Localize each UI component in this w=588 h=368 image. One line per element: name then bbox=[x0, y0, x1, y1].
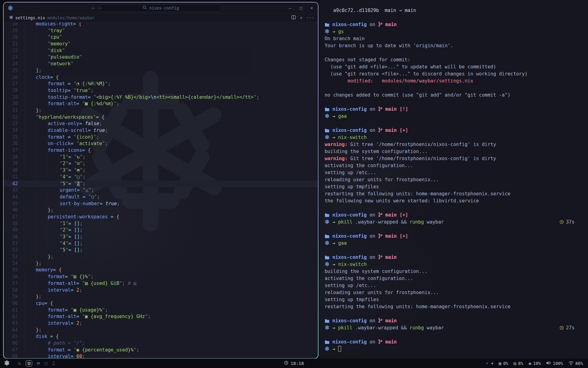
workspace-4-notes-icon[interactable]: ▢ bbox=[44, 361, 47, 366]
terminal-window[interactable]: a9c0c72..d11029b main → main nixos-confi… bbox=[319, 0, 588, 358]
code-line-52[interactable]: 52"5"= []; bbox=[4, 247, 318, 254]
code-line-65[interactable]: 65disk = { bbox=[4, 333, 318, 340]
tab-filepath: modules/home/waybar bbox=[47, 15, 95, 20]
split-pane-icon[interactable] bbox=[291, 15, 296, 20]
branch-name: main bbox=[383, 233, 397, 239]
line-number: 47 bbox=[4, 214, 18, 220]
code-line-47[interactable]: 47persistent-workspaces = { bbox=[4, 214, 318, 220]
workspace-5-music-icon[interactable]: ♫ bbox=[52, 361, 55, 366]
code-line-28[interactable]: 28tooltip= "true"; bbox=[4, 87, 318, 94]
code-line-53[interactable]: 53}; bbox=[4, 254, 318, 260]
network-module[interactable]: 86% bbox=[568, 361, 583, 366]
code-line-23[interactable]: 23"pulseaudio" bbox=[4, 54, 318, 61]
prompt-arrow-icon: → bbox=[330, 346, 338, 352]
code-line-46[interactable]: 46}; bbox=[4, 207, 318, 214]
close-button[interactable]: × bbox=[311, 6, 313, 10]
code-line-67[interactable]: 67format = "◉ {percentage_used}%"; bbox=[4, 347, 318, 354]
code-line-20[interactable]: 20"cpu" bbox=[4, 34, 318, 41]
code-line-48[interactable]: 48"1"= []; bbox=[4, 220, 318, 227]
code-line-30[interactable]: 30format-alt= "▦ {:%d/%m}"; bbox=[4, 101, 318, 107]
code-line-43[interactable]: 43urgent= "⚠"; bbox=[4, 187, 318, 194]
code-line-55[interactable]: 55memory= { bbox=[4, 267, 318, 274]
line-content: "4"= []; bbox=[18, 240, 318, 247]
line-number: 18 bbox=[4, 22, 18, 28]
code-line-35[interactable]: 35format = "{icon}"; bbox=[4, 134, 318, 141]
memory-module[interactable]: ▤8% bbox=[514, 361, 523, 366]
code-line-45[interactable]: 45sort-by-number= true; bbox=[4, 201, 318, 207]
line-content: format-alt= "▣ {avg_frequency} GHz"; bbox=[18, 313, 318, 320]
code-line-18[interactable]: 18modules-right= [ bbox=[4, 22, 318, 28]
code-line-31[interactable]: 31}; bbox=[4, 107, 318, 114]
code-line-57[interactable]: 57format-alt= "▤ {used} GiB"; # ▥ bbox=[4, 280, 318, 287]
code-line-51[interactable]: 51"4"= []; bbox=[4, 240, 318, 247]
tray-item-1[interactable]: ▾ bbox=[486, 361, 488, 366]
git-status-flag: [+] bbox=[397, 233, 408, 239]
maximize-button[interactable]: □ bbox=[300, 6, 302, 10]
project-search[interactable]: nixos-config bbox=[100, 4, 222, 12]
workspace-3-discord-icon[interactable]: ◓ bbox=[37, 361, 40, 366]
terminal-line: → gaa bbox=[325, 113, 588, 120]
code-line-61[interactable]: 61format= "▣ {usage}%"; bbox=[4, 307, 318, 314]
launcher-nix-icon[interactable] bbox=[4, 360, 10, 367]
disk-module[interactable]: ◉10% bbox=[529, 361, 541, 366]
back-button[interactable]: ← bbox=[92, 5, 95, 11]
workspace-1-firefox-icon[interactable]: ↻ bbox=[18, 361, 21, 366]
code-line-41[interactable]: 41"4"= "▢"; bbox=[4, 174, 318, 181]
code-line-22[interactable]: 22"disk" bbox=[4, 48, 318, 54]
code-line-37[interactable]: 37format-icons= { bbox=[4, 147, 318, 154]
nix-prompt-icon bbox=[325, 262, 330, 267]
clock-module[interactable]: 18:18 bbox=[284, 361, 304, 366]
code-line-33[interactable]: 33active-only= false; bbox=[4, 121, 318, 127]
code-line-58[interactable]: 58interval= 2; bbox=[4, 287, 318, 294]
tray-item-2[interactable]: ◆ bbox=[491, 361, 493, 365]
code-line-36[interactable]: 36on-click= "activate"; bbox=[4, 140, 318, 147]
network-icon bbox=[568, 361, 574, 366]
terminal-line: nixos-config on main [+] bbox=[325, 233, 588, 240]
code-line-60[interactable]: 60cpu= { bbox=[4, 300, 318, 307]
prompt-arrow-icon: → bbox=[330, 29, 338, 34]
code-line-24[interactable]: 24"network" bbox=[4, 61, 318, 67]
more-menu-icon[interactable]: ··· bbox=[307, 15, 314, 20]
code-line-38[interactable]: 38"1"= "↻"; bbox=[4, 154, 318, 161]
code-line-27[interactable]: 27format = "◔ {:%H:%M}"; bbox=[4, 81, 318, 87]
terminal-line: activating the configuration... bbox=[325, 162, 588, 169]
code-line-56[interactable]: 56format= "▤ {}%"; bbox=[4, 274, 318, 280]
nix-prompt-icon bbox=[325, 219, 330, 225]
code-line-44[interactable]: 44default = "○"; bbox=[4, 194, 318, 201]
code-line-39[interactable]: 39"2"= "⊡"; bbox=[4, 160, 318, 167]
code-line-63[interactable]: 63interval= 2; bbox=[4, 320, 318, 327]
code-line-68[interactable]: 68interval= 60; bbox=[4, 353, 318, 358]
code-line-40[interactable]: 40"3"= "◓"; bbox=[4, 167, 318, 174]
code-line-50[interactable]: 50"3"= []; bbox=[4, 234, 318, 240]
pulseaudio-module[interactable]: 100% bbox=[546, 361, 563, 366]
tab-close-icon[interactable]: × bbox=[300, 15, 302, 20]
code-line-64[interactable]: 64}; bbox=[4, 327, 318, 334]
code-line-42[interactable]: 42"5"= "♫"; bbox=[4, 181, 318, 187]
code-line-26[interactable]: 26clock= { bbox=[4, 74, 318, 81]
code-line-59[interactable]: 59}; bbox=[4, 293, 318, 300]
pulseaudio-value: 100% bbox=[553, 361, 563, 366]
code-line-49[interactable]: 49"2"= []; bbox=[4, 227, 318, 234]
code-line-62[interactable]: 62format-alt= "▣ {avg_frequency} GHz"; bbox=[4, 313, 318, 320]
line-content: "memory" bbox=[18, 41, 318, 48]
code-line-32[interactable]: 32"hyprland/workspaces"= { bbox=[4, 114, 318, 121]
code-line-66[interactable]: 66# path = "/"; bbox=[4, 340, 318, 347]
code-line-19[interactable]: 19"tray" bbox=[4, 28, 318, 34]
code-line-25[interactable]: 25]; bbox=[4, 67, 318, 74]
code-line-54[interactable]: 54}; bbox=[4, 260, 318, 267]
terminal-cursor[interactable] bbox=[338, 346, 341, 351]
code-line-29[interactable]: 29tooltip-format= "<big>{:%Y %B}</big>\n… bbox=[4, 94, 318, 101]
tab-settings-nix[interactable]: settings.nix modules/home/waybar bbox=[7, 13, 96, 22]
workspace-2-terminal-icon[interactable]: ⊡ bbox=[26, 360, 32, 366]
terminal-line: warning: Git tree '/home/frostphoenix/ni… bbox=[325, 141, 588, 148]
line-number: 65 bbox=[4, 333, 18, 340]
line-number: 67 bbox=[4, 347, 18, 354]
forward-button[interactable]: → bbox=[99, 5, 102, 11]
line-number: 40 bbox=[4, 167, 18, 174]
code-editor[interactable]: 18modules-right= [19"tray"20"cpu"21"memo… bbox=[4, 22, 318, 358]
cpu-module[interactable]: ▣0% bbox=[499, 361, 508, 366]
code-line-21[interactable]: 21"memory" bbox=[4, 41, 318, 48]
code-line-34[interactable]: 34disable-scroll= true; bbox=[4, 127, 318, 134]
repo-name: nixos-config bbox=[330, 128, 367, 133]
minimize-button[interactable]: – bbox=[289, 6, 291, 10]
